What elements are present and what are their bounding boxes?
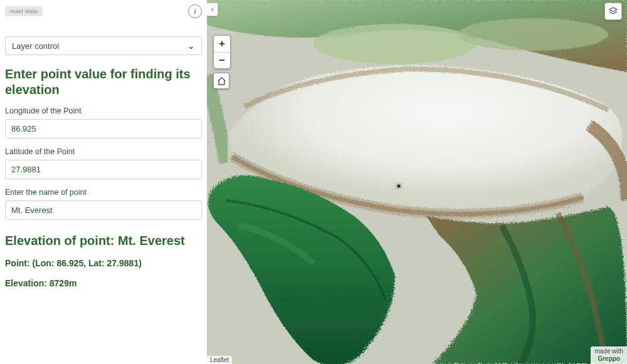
brand-label: Greppo: [594, 355, 623, 363]
result-point-line: Point: (Lon: 86.925, Lat: 27.9881): [5, 258, 202, 268]
map-attribution-right[interactable]: made with Greppo: [591, 346, 627, 364]
chevron-left-icon: ‹: [211, 5, 214, 14]
home-button[interactable]: [213, 73, 229, 89]
map-terrain-svg: [207, 0, 627, 364]
name-label: Enter the name of point: [5, 188, 202, 197]
lon-field-block: Longitude of the Point: [5, 107, 202, 138]
svg-rect-3: [207, 0, 627, 364]
layers-icon: [608, 6, 618, 16]
lon-input[interactable]: [5, 119, 202, 138]
made-with-label: made with: [594, 348, 623, 355]
lon-label: Longitude of the Point: [5, 107, 202, 115]
home-icon: [217, 76, 226, 86]
zoom-out-button[interactable]: −: [214, 52, 230, 68]
layers-toggle-button[interactable]: [604, 3, 622, 20]
form-title: Enter point value for finding its elevat…: [5, 66, 202, 98]
zoom-in-button[interactable]: +: [214, 36, 230, 52]
reset-chip[interactable]: reset state: [5, 6, 43, 16]
sidebar-collapse-toggle[interactable]: ‹: [207, 3, 218, 16]
name-field-block: Enter the name of point: [5, 188, 202, 220]
lat-label: Latitude of the Point: [5, 147, 202, 156]
lat-field-block: Latitude of the Point: [5, 147, 202, 179]
point-marker[interactable]: [396, 184, 401, 189]
chevron-down-icon: ⌄: [187, 41, 195, 51]
lat-input[interactable]: [5, 160, 202, 179]
result-title: Elevation of point: Mt. Everest: [5, 234, 202, 248]
info-icon[interactable]: i: [188, 4, 202, 18]
map[interactable]: ‹ + − Leaflet made with Greppo: [207, 0, 627, 364]
layer-control-label: Layer control: [12, 41, 59, 51]
zoom-control: + −: [213, 35, 231, 69]
map-attribution-left[interactable]: Leaflet: [207, 356, 232, 364]
layer-control-dropdown[interactable]: Layer control ⌄: [5, 36, 202, 55]
name-input[interactable]: [5, 200, 202, 220]
sidebar-topbar: reset state i: [5, 4, 202, 19]
result-elev-line: Elevation: 8729m: [5, 278, 202, 288]
sidebar: reset state i Layer control ⌄ Enter poin…: [0, 0, 207, 364]
